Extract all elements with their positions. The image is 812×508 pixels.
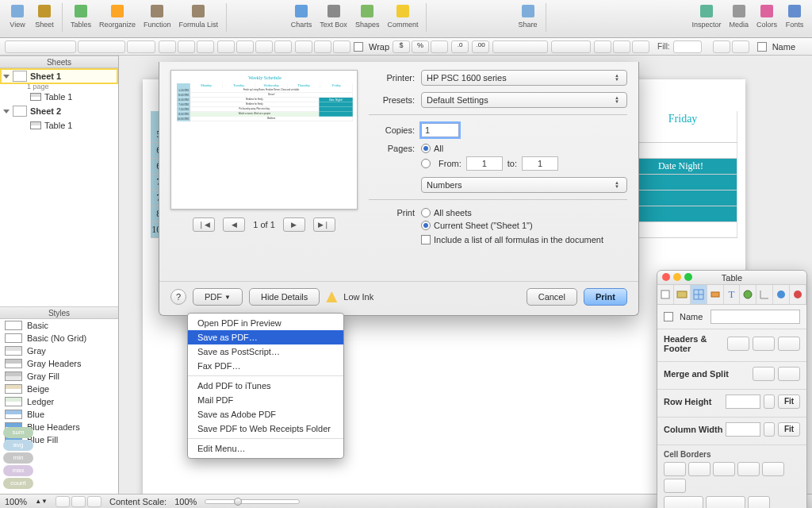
cell-format-popup[interactable] [492, 40, 548, 53]
border-outside-button[interactable] [688, 462, 710, 476]
toolbar-function[interactable]: Function [140, 2, 174, 29]
style-gray-fill[interactable]: Gray Fill [0, 370, 118, 383]
font-popup[interactable] [5, 40, 76, 53]
show-name-checkbox[interactable] [664, 312, 673, 321]
border-all-button[interactable] [664, 462, 686, 476]
sheet-item-sheet-1[interactable]: Sheet 1 [0, 68, 118, 84]
pages-range-radio[interactable] [421, 159, 431, 168]
table-item[interactable]: Table 1 [0, 119, 118, 132]
pdf-menu-item[interactable]: Open PDF in Preview [188, 316, 343, 330]
to-input[interactable] [522, 156, 558, 171]
border-style-button[interactable] [594, 40, 611, 53]
cancel-button[interactable]: Cancel [527, 288, 577, 306]
include-formulas-checkbox[interactable] [421, 235, 431, 244]
quick-max[interactable]: max [3, 465, 33, 476]
toolbar-fonts[interactable]: Fonts [782, 2, 807, 29]
style-basic-no-grid-[interactable]: Basic (No Grid) [0, 332, 118, 344]
pdf-menu-button[interactable]: PDF ▼ [193, 288, 243, 306]
last-page-button[interactable]: ▶❘ [313, 217, 335, 232]
hide-details-button[interactable]: Hide Details [249, 288, 320, 306]
comma-button[interactable] [431, 40, 448, 53]
toolbar-media[interactable]: Media [726, 2, 752, 29]
footer-rows-popup[interactable] [778, 337, 800, 351]
font-size[interactable] [127, 40, 155, 53]
printer-popup[interactable]: HP PSC 1600 series▲▼ [421, 70, 627, 86]
valign-mid-button[interactable] [314, 40, 331, 53]
toolbar-share[interactable]: Share [515, 2, 541, 29]
valign-top-button[interactable] [295, 40, 312, 53]
pdf-menu-item[interactable]: Add PDF to iTunes [188, 379, 343, 393]
fill-color-well[interactable] [673, 40, 702, 53]
name-checkbox[interactable]: Name [757, 42, 795, 52]
app-options-popup[interactable]: Numbers▲▼ [421, 177, 627, 193]
border-color-well[interactable] [748, 496, 770, 508]
align-right-button[interactable] [255, 40, 273, 53]
arrange-back-button[interactable] [732, 40, 749, 53]
border-v-button[interactable] [664, 479, 686, 493]
border-color-button[interactable] [632, 40, 649, 53]
inspector-tab-graphic[interactable] [740, 285, 756, 304]
col-width-fit-button[interactable]: Fit [778, 422, 800, 437]
next-page-button[interactable]: ▶ [283, 217, 305, 232]
print-button[interactable]: Print [584, 288, 627, 306]
italic-button[interactable] [178, 40, 195, 53]
current-sheet-radio[interactable] [421, 221, 431, 230]
border-style-popup[interactable] [664, 496, 703, 508]
toolbar-text-box[interactable]: Text Box [316, 2, 350, 29]
zoom-stepper-icon[interactable]: ▲▼ [35, 498, 48, 505]
style-basic[interactable]: Basic [0, 319, 118, 332]
toolbar-comment[interactable]: Comment [384, 2, 421, 29]
currency-button[interactable]: $ [393, 40, 410, 53]
inspector-tab-table[interactable] [691, 285, 707, 304]
inspector-tab-chart[interactable] [773, 285, 790, 304]
table-name-input[interactable] [710, 310, 800, 324]
toolbar-formula-list[interactable]: Formula List [176, 2, 222, 29]
quick-sum[interactable]: sum [3, 427, 33, 438]
inspector-tab-sheet[interactable] [674, 285, 691, 304]
underline-button[interactable] [197, 40, 214, 53]
align-left-button[interactable] [217, 40, 235, 53]
align-center-button[interactable] [236, 40, 254, 53]
quick-count[interactable]: count [3, 478, 33, 489]
toolbar-shapes[interactable]: Shapes [352, 2, 383, 29]
toolbar-charts[interactable]: Charts [288, 2, 316, 29]
help-button[interactable]: ? [170, 289, 186, 305]
pdf-menu-item[interactable]: Mail PDF [188, 393, 343, 407]
inspector-tab-cell[interactable] [707, 285, 724, 304]
all-sheets-radio[interactable] [421, 208, 431, 217]
col-width-input[interactable] [726, 422, 760, 437]
bold-button[interactable] [159, 40, 176, 53]
pdf-menu-item[interactable]: Save as PostScript… [188, 344, 343, 359]
copies-input[interactable] [421, 123, 459, 137]
font-style-popup[interactable] [78, 40, 125, 53]
row-height-input[interactable] [726, 394, 760, 409]
style-gray-headers[interactable]: Gray Headers [0, 357, 118, 370]
disclosure-icon[interactable] [3, 110, 10, 114]
valign-bot-button[interactable] [333, 40, 350, 53]
style-beige[interactable]: Beige [0, 383, 118, 395]
percent-button[interactable]: % [412, 40, 429, 53]
inspector-tab-link[interactable] [790, 285, 806, 304]
row-height-stepper[interactable] [764, 394, 775, 409]
col-width-stepper[interactable] [764, 422, 775, 437]
toolbar-view[interactable]: View [5, 2, 30, 29]
pdf-menu[interactable]: Open PDF in PreviewSave as PDF…Save as P… [187, 313, 344, 459]
zoom-value[interactable]: 100% [5, 497, 27, 506]
pdf-menu-item[interactable]: Save as Adobe PDF [188, 407, 343, 421]
toolbar-inspector[interactable]: Inspector [688, 2, 724, 29]
border-none-button[interactable] [737, 462, 760, 476]
style-ledger[interactable]: Ledger [0, 395, 118, 408]
merge-button[interactable] [753, 367, 775, 381]
decimals-dec-button[interactable]: .0 [451, 40, 469, 53]
toolbar-tables[interactable]: Tables [67, 2, 94, 29]
border-inside-button[interactable] [713, 462, 735, 476]
header-rows-popup[interactable] [727, 337, 749, 351]
view-mode-2[interactable] [71, 496, 86, 507]
inspector-tab-metrics[interactable] [756, 285, 773, 304]
table-item[interactable]: Table 1 [0, 90, 118, 103]
inspector-tab-text[interactable]: T [724, 285, 741, 304]
border-weight-button[interactable] [613, 40, 630, 53]
style-gray[interactable]: Gray [0, 344, 118, 357]
pages-all-radio[interactable] [421, 144, 431, 153]
sheet-item-sheet-2[interactable]: Sheet 2 [0, 103, 118, 119]
